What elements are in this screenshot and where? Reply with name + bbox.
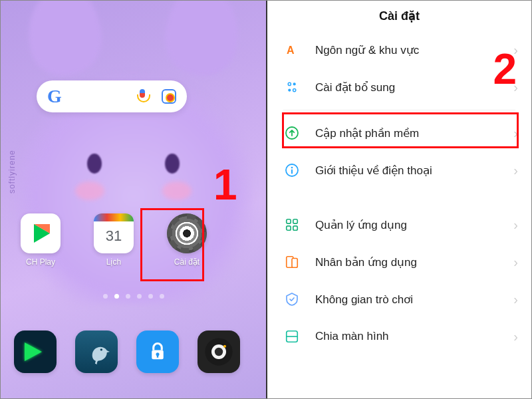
svg-rect-3 (157, 354, 159, 358)
chevron-right-icon: › (513, 163, 518, 178)
calendar-icon: 31 (94, 213, 134, 253)
more-settings-icon (283, 78, 301, 96)
dock-app-media[interactable] (14, 331, 57, 373)
info-icon (283, 162, 301, 179)
settings-list: A Ngôn ngữ & khu vực › Cài đặt bổ sung ›… (267, 31, 531, 355)
settings-row-game-space[interactable]: Không gian trò chơi › (267, 281, 531, 318)
language-icon: A (283, 41, 301, 59)
row-label: Không gian trò chơi (315, 293, 499, 307)
page-dot[interactable] (103, 294, 108, 299)
svg-point-6 (215, 348, 223, 356)
settings-row-language[interactable]: A Ngôn ngữ & khu vực › (267, 31, 531, 68)
page-dot[interactable] (160, 294, 164, 299)
settings-row-app-clone[interactable]: Nhân bản ứng dụng › (267, 243, 531, 281)
annotation-number-2: 2 (493, 45, 517, 94)
svg-point-12 (293, 88, 296, 91)
chevron-right-icon: › (513, 255, 518, 270)
kiwi-bird-icon (82, 338, 110, 366)
annotation-box-2 (282, 112, 519, 148)
page-dot[interactable] (137, 294, 142, 299)
wallpaper-decor (75, 182, 104, 200)
row-label: Quản lý ứng dụng (315, 218, 499, 232)
app-label: Lịch (106, 257, 121, 267)
row-label: Giới thiệu về điện thoại (315, 164, 499, 178)
google-logo-icon: G (47, 86, 62, 107)
svg-text:A: A (287, 45, 295, 56)
lock-icon (144, 338, 171, 365)
dock-app-security[interactable] (136, 331, 179, 373)
clone-app-icon (283, 253, 301, 271)
google-lens-icon[interactable] (162, 89, 176, 104)
svg-rect-22 (292, 259, 297, 268)
app-calendar[interactable]: 31 Lịch (87, 213, 140, 267)
svg-point-15 (291, 167, 293, 169)
settings-row-app-management[interactable]: Quản lý ứng dụng › (267, 206, 531, 243)
dock (14, 331, 253, 373)
chevron-right-icon: › (513, 329, 518, 344)
svg-point-0 (100, 348, 102, 350)
page-dot[interactable] (126, 294, 130, 299)
settings-title: Cài đặt (267, 1, 531, 31)
row-label: Ngôn ngữ & khu vực (315, 43, 499, 57)
app-row: CH Play 31 Lịch Cài đặt (14, 213, 253, 267)
settings-row-split-screen[interactable]: Chia màn hình › (267, 318, 531, 355)
wallpaper-watermark: softlyirene (7, 150, 17, 194)
game-space-icon (283, 291, 301, 308)
svg-rect-16 (291, 170, 293, 174)
settings-row-about-phone[interactable]: Giới thiệu về điện thoại › (267, 152, 531, 189)
calendar-day: 31 (106, 227, 122, 245)
mic-icon[interactable] (135, 89, 150, 104)
page-dot-active[interactable] (114, 294, 119, 299)
app-label: CH Play (26, 257, 55, 267)
app-ch-play[interactable]: CH Play (14, 213, 67, 267)
annotation-box-1 (140, 208, 204, 281)
row-label: Cài đặt bổ sung (315, 80, 499, 94)
camera-icon (204, 337, 233, 366)
svg-rect-18 (293, 219, 297, 223)
section-gap (267, 189, 531, 206)
wallpaper-decor (87, 154, 102, 174)
svg-rect-20 (293, 226, 297, 230)
svg-point-10 (293, 82, 296, 85)
play-store-icon (21, 213, 61, 253)
wallpaper-decor (162, 182, 192, 200)
dock-app-kiwi[interactable] (75, 331, 118, 373)
svg-point-9 (288, 82, 291, 85)
settings-row-more[interactable]: Cài đặt bổ sung › (267, 68, 531, 106)
svg-rect-19 (287, 226, 291, 230)
page-dot[interactable] (148, 294, 153, 299)
row-label: Nhân bản ứng dụng (315, 255, 499, 269)
page-indicator[interactable] (1, 294, 266, 299)
chevron-right-icon: › (513, 217, 518, 233)
wallpaper-decor (165, 154, 180, 174)
chevron-right-icon: › (513, 292, 518, 307)
row-label: Chia màn hình (315, 330, 499, 343)
annotation-number-1: 1 (213, 160, 237, 209)
svg-rect-17 (287, 219, 291, 223)
svg-point-11 (288, 88, 291, 91)
apps-grid-icon (283, 216, 301, 233)
split-screen-icon (283, 328, 301, 345)
divider (283, 110, 515, 110)
home-screen: softlyirene G CH Play 31 Lịch Cài đặt (1, 1, 266, 399)
settings-screen: Cài đặt A Ngôn ngữ & khu vực › Cài đặt b… (266, 1, 531, 399)
svg-point-7 (223, 345, 226, 348)
dock-app-camera[interactable] (198, 331, 240, 373)
google-search-bar[interactable]: G (37, 80, 187, 112)
